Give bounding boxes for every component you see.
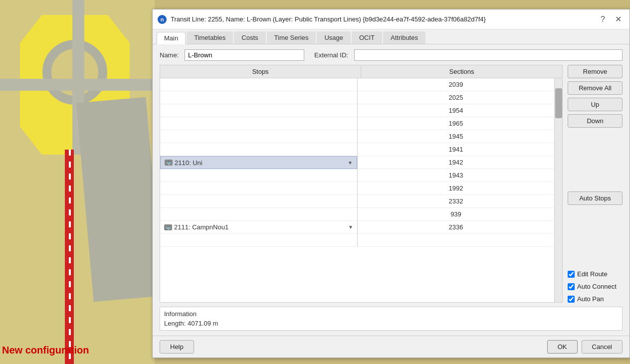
help-title-button[interactable]: ? [598, 14, 608, 25]
new-config-label: New configuration [2, 345, 89, 356]
table-row: 1954 [357, 104, 554, 117]
table-row [160, 208, 357, 221]
table-row [160, 130, 357, 143]
spacer [568, 131, 623, 188]
dialog-footer: Help OK Cancel [153, 336, 630, 358]
right-panel: Remove Remove All Up Down Auto Stops Edi… [568, 65, 623, 303]
table-row: 1965 [357, 117, 554, 130]
tab-attributes[interactable]: Attributes [383, 31, 425, 44]
table-row [160, 195, 357, 208]
ext-id-label: External ID: [314, 51, 349, 59]
ext-id-input[interactable] [354, 49, 623, 61]
ok-button[interactable]: OK [547, 340, 578, 354]
name-label: Name: [160, 51, 180, 59]
help-button[interactable]: Help [160, 340, 194, 354]
bus-icon-2: 🚌 [164, 224, 172, 230]
tab-costs[interactable]: Costs [234, 31, 265, 44]
info-content: Length: 4071.09 m [164, 320, 618, 327]
edit-route-row: Edit Route [568, 270, 623, 278]
table-row [160, 117, 357, 130]
dialog-body: Name: External ID: Stops Sections 2039 [153, 44, 630, 336]
table-row: 1945 [357, 130, 554, 143]
sections-header: Sections [361, 65, 562, 78]
name-input[interactable] [185, 49, 304, 61]
map-red-road-dashes [69, 150, 71, 364]
cancel-button[interactable]: Cancel [582, 340, 623, 354]
auto-stops-button[interactable]: Auto Stops [568, 191, 623, 205]
auto-pan-label[interactable]: Auto Pan [577, 295, 604, 303]
edit-route-checkbox[interactable] [568, 271, 575, 278]
table-wrapper: 2039 2025 1954 1965 1945 [160, 78, 562, 302]
table-row: 939 [357, 208, 554, 221]
stop-dropdown-2110[interactable]: ▼ [348, 160, 353, 166]
table-row [160, 169, 357, 182]
tab-time-series[interactable]: Time Series [267, 31, 316, 44]
table-row: 2039 [357, 78, 554, 91]
table-row [357, 234, 554, 247]
table-row [160, 234, 357, 247]
scroll-thumb [555, 88, 562, 118]
length-value: 4071.09 m [188, 320, 218, 327]
tab-main[interactable]: Main [157, 32, 186, 44]
map-gray-road [76, 97, 155, 302]
remove-button[interactable]: Remove [568, 65, 623, 78]
table-row: 2332 [357, 195, 554, 208]
auto-connect-checkbox[interactable] [568, 283, 575, 290]
tabs-bar: Main Timetables Costs Time Series Usage … [153, 29, 630, 44]
auto-connect-label[interactable]: Auto Connect [577, 283, 617, 290]
table-row: 1941 [357, 143, 554, 156]
table-row: 1943 [357, 169, 554, 182]
table-row: 2336 [357, 221, 554, 234]
stop-dropdown-2111[interactable]: ▼ [348, 224, 353, 230]
tab-timetables[interactable]: Timetables [187, 31, 233, 44]
stop-row-2110[interactable]: 🚌 2110: Uni ▼ [160, 156, 357, 169]
table-row: 1942 [357, 156, 554, 169]
dialog-title: Transit Line: 2255, Name: L-Brown (Layer… [171, 15, 594, 23]
remove-all-button[interactable]: Remove All [568, 81, 623, 95]
spacer2 [568, 208, 623, 266]
title-icon: n [158, 15, 167, 24]
stop-label-2111: 2111: CampnNou1 [174, 223, 228, 231]
stop-row-2111[interactable]: 🚌 2111: CampnNou1 ▼ [160, 221, 357, 234]
transit-line-dialog: n Transit Line: 2255, Name: L-Brown (Lay… [152, 9, 630, 358]
name-row: Name: External ID: [160, 49, 623, 61]
footer-left: Help [160, 340, 194, 354]
auto-pan-row: Auto Pan [568, 295, 623, 303]
table-row: 2025 [357, 91, 554, 104]
dialog-titlebar: n Transit Line: 2255, Name: L-Brown (Lay… [153, 9, 630, 29]
map-background: New configuration [0, 0, 155, 364]
bus-icon: 🚌 [165, 160, 173, 166]
length-label: Length: [164, 320, 186, 327]
table-header: Stops Sections [160, 65, 562, 78]
table-scrollbar[interactable] [554, 78, 562, 302]
stops-header: Stops [160, 65, 361, 78]
stops-sections-table: Stops Sections 2039 2025 1954 [160, 65, 563, 303]
content-area: Stops Sections 2039 2025 1954 [160, 65, 623, 303]
close-button[interactable]: ✕ [612, 13, 625, 25]
info-title: Information [164, 310, 618, 318]
auto-connect-row: Auto Connect [568, 283, 623, 290]
down-button[interactable]: Down [568, 114, 623, 128]
edit-route-label[interactable]: Edit Route [577, 270, 608, 278]
table-row [160, 143, 357, 156]
tab-ocit[interactable]: OCIT [352, 31, 382, 44]
table-body: 2039 2025 1954 1965 1945 [160, 78, 554, 302]
tab-usage[interactable]: Usage [317, 31, 351, 44]
auto-pan-checkbox[interactable] [568, 296, 575, 303]
table-row: 1992 [357, 182, 554, 195]
up-button[interactable]: Up [568, 98, 623, 111]
stop-label-2110: 2110: Uni [175, 159, 203, 167]
table-row [160, 104, 357, 117]
information-section: Information Length: 4071.09 m [160, 307, 623, 331]
table-row [160, 78, 357, 91]
table-row [160, 91, 357, 104]
table-row [160, 182, 357, 195]
footer-right: OK Cancel [547, 340, 623, 354]
